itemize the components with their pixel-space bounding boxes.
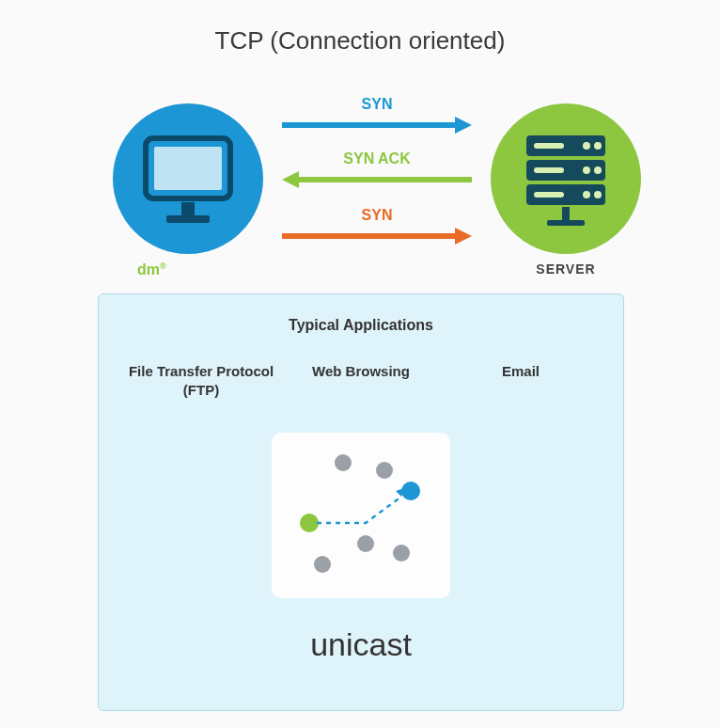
handshake-arrow-3-label: SYN	[280, 207, 474, 224]
svg-point-15	[594, 166, 602, 174]
svg-point-17	[594, 191, 602, 198]
app-email: Email	[441, 362, 601, 401]
server-icon	[491, 103, 641, 254]
server-rack-icon	[513, 126, 618, 231]
svg-rect-11	[534, 192, 564, 198]
client-icon	[113, 103, 263, 254]
client-label-sup: ®	[160, 261, 166, 271]
arrow-left-icon	[280, 169, 474, 190]
arrow-right-icon	[280, 226, 474, 246]
handshake-arrow-2-label: SYN ACK	[280, 150, 474, 167]
unicast-diagram	[272, 433, 450, 598]
svg-marker-21	[282, 171, 299, 188]
handshake-arrow-2: SYN ACK	[280, 150, 474, 190]
svg-point-13	[594, 142, 602, 150]
svg-marker-23	[455, 228, 472, 245]
page-title: TCP (Connection oriented)	[0, 26, 720, 55]
svg-point-16	[583, 191, 590, 198]
monitor-icon	[136, 127, 240, 230]
svg-rect-9	[534, 143, 564, 149]
svg-point-25	[376, 462, 393, 479]
client-label: dm®	[113, 261, 263, 278]
handshake-arrow-1-label: SYN	[280, 96, 474, 113]
svg-point-28	[314, 556, 331, 573]
handshake-arrow-3: SYN	[280, 207, 474, 246]
arrow-right-icon	[280, 115, 474, 135]
network-graph-icon	[281, 442, 441, 589]
svg-point-26	[357, 535, 374, 552]
svg-rect-3	[166, 215, 210, 223]
svg-point-24	[335, 454, 352, 471]
svg-rect-1	[154, 147, 222, 190]
svg-marker-19	[455, 117, 472, 134]
handshake-row: dm® SERVER SYN	[0, 90, 720, 278]
server-label: SERVER	[491, 261, 641, 277]
transmission-mode-label: unicast	[99, 626, 623, 663]
applications-panel: Typical Applications File Transfer Proto…	[98, 293, 624, 711]
panel-heading: Typical Applications	[99, 317, 623, 334]
app-web: Web Browsing	[281, 362, 441, 401]
svg-point-29	[300, 514, 319, 532]
svg-point-14	[583, 166, 590, 174]
svg-point-27	[393, 545, 410, 562]
svg-rect-10	[534, 167, 564, 173]
svg-rect-8	[547, 220, 585, 226]
app-ftp: File Transfer Protocol (FTP)	[121, 362, 281, 401]
client-label-text: dm	[137, 261, 160, 277]
svg-rect-2	[181, 202, 195, 215]
handshake-arrow-1: SYN	[280, 96, 474, 135]
svg-rect-7	[562, 207, 570, 220]
applications-row: File Transfer Protocol (FTP) Web Browsin…	[99, 362, 623, 401]
svg-point-12	[583, 142, 590, 150]
